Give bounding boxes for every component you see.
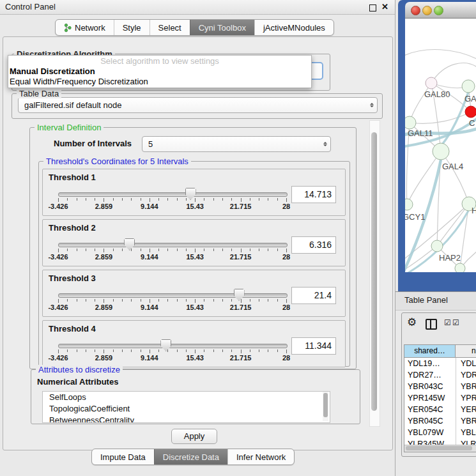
network-edge	[405, 50, 476, 61]
network-canvas[interactable]: GAL80GACGAL11GAL4GCY1HHAP2	[405, 19, 476, 272]
attribute-item-topologicalcoefficient[interactable]: TopologicalCoefficient	[43, 403, 330, 415]
network-node-label: GA	[464, 94, 476, 104]
tab-cyni-toolbox[interactable]: Cyni Toolbox	[190, 20, 254, 35]
control-panel-tabbar: NetworkStyleSelectCyni ToolboxjActiveMNo…	[55, 19, 334, 36]
table-data-selected-value: galFiltered.sif default node	[19, 100, 367, 110]
slider-ticks	[58, 198, 286, 203]
minimize-traffic-light-icon[interactable]	[422, 6, 432, 15]
table-panel-window: ⚙ ☑ ☑ shared… na YDL19…YDL1YDR27…YDR2YBR…	[401, 312, 476, 457]
tab-discretize-data[interactable]: Discretize Data	[154, 449, 227, 464]
slider-track[interactable]	[58, 192, 288, 197]
numerical-attributes-label: Numerical Attributes	[37, 377, 118, 387]
network-edge	[441, 151, 469, 204]
network-node-label: GAL11	[408, 128, 433, 138]
tab-infer-network[interactable]: Infer Network	[227, 449, 294, 464]
slider-track[interactable]	[58, 243, 288, 247]
window-title: Control Panel	[5, 2, 56, 12]
network-node-gal80[interactable]	[426, 77, 437, 89]
table-row[interactable]: YPR145WYPR1	[404, 392, 476, 404]
threshold-value-field[interactable]: 6.316	[291, 236, 336, 254]
threshold-value-field[interactable]: 14.713	[291, 186, 336, 203]
control-panel-window: Control Panel ✕ NetworkStyleSelectCyni T…	[0, 0, 395, 476]
close-traffic-light-icon[interactable]	[411, 6, 420, 15]
network-node[interactable]	[455, 263, 465, 272]
network-node-gal11[interactable]	[405, 116, 416, 129]
tab-label: Select	[158, 23, 181, 33]
tab-style[interactable]: Style	[114, 20, 150, 35]
slider-tick-labels: -3.4262.8599.14415.4321.71528	[58, 354, 286, 362]
screen: Control Panel ✕ NetworkStyleSelectCyni T…	[0, 0, 476, 476]
threshold-label: Threshold 1	[49, 173, 96, 182]
network-node-hap2[interactable]	[431, 240, 443, 252]
number-of-intervals-select[interactable]: 5	[142, 136, 331, 152]
apply-button[interactable]: Apply	[171, 429, 217, 444]
slider-tick-labels: -3.4262.8599.14415.4321.71528	[58, 203, 286, 210]
threshold-label: Threshold 4	[49, 324, 96, 334]
column-layout-icon[interactable]	[426, 319, 437, 330]
gear-icon[interactable]: ⚙	[407, 316, 417, 329]
table-row[interactable]: YDL19…YDL1	[404, 358, 476, 369]
network-node-label: HAP2	[439, 253, 461, 263]
tab-label: Cyni Toolbox	[199, 23, 246, 33]
network-node-label: C	[469, 118, 475, 128]
threshold-panel-threshold-1: Threshold 1-3.4262.8599.14415.4321.71528…	[42, 169, 346, 216]
slider-tick-labels: -3.4262.8599.14415.4321.71528	[58, 253, 286, 261]
attributes-list-scrollbar[interactable]	[323, 392, 328, 421]
network-node-ga[interactable]	[462, 80, 475, 93]
tab-label: Network	[75, 23, 105, 33]
tab-impute-data[interactable]: Impute Data	[92, 449, 154, 464]
threshold-value-field[interactable]: 11.344	[291, 337, 336, 355]
table-row[interactable]: YBR045CYBR0	[404, 415, 476, 427]
thresholds-group-title: Threshold's Coordinates for 5 Intervals	[43, 157, 191, 166]
network-node-gal4[interactable]	[433, 143, 449, 160]
threshold-value-field[interactable]: 21.4	[291, 287, 336, 304]
attribute-item-selfloops[interactable]: SelfLoops	[43, 392, 330, 403]
cell-shared-name: YDL19…	[408, 358, 440, 369]
network-node-gcy1[interactable]	[405, 199, 413, 210]
popup-placeholder: Select algorithm to view settings	[8, 56, 311, 66]
close-icon[interactable]: ✕	[381, 2, 388, 12]
slider-track[interactable]	[58, 293, 288, 298]
table-row[interactable]: YDR27…YDR2	[404, 369, 476, 381]
checkbox-icon[interactable]: ☑	[444, 318, 451, 327]
network-window-titlebar[interactable]	[405, 2, 476, 19]
network-node-c[interactable]	[465, 106, 476, 118]
network-edge	[410, 112, 471, 123]
table-row[interactable]: YBL079WYBL0	[404, 427, 476, 438]
attribute-item-betweennesscentrality[interactable]: BetweennessCentrality	[43, 415, 330, 423]
table-row[interactable]: YER054CYER0	[404, 404, 476, 415]
tab-select[interactable]: Select	[150, 20, 190, 35]
network-graph: GAL80GACGAL11GAL4GCY1HHAP2	[405, 19, 476, 272]
threshold-stack: Threshold 1-3.4262.8599.14415.4321.71528…	[42, 169, 346, 371]
column-header-name[interactable]: na	[456, 345, 476, 358]
numerical-attributes-list[interactable]: SelfLoopsTopologicalCoefficientBetweenne…	[42, 391, 330, 423]
column-header-shared-name[interactable]: shared…	[404, 345, 456, 358]
tab-jactivemnodules[interactable]: jActiveMNodules	[254, 20, 334, 35]
tab-network[interactable]: Network	[56, 20, 114, 35]
cell-name: YDR2	[461, 369, 476, 381]
network-icon	[64, 23, 72, 33]
interval-definition-title: Interval Definition	[35, 123, 104, 132]
combo-arrows-icon	[320, 142, 330, 146]
cell-name: YPR1	[461, 392, 476, 404]
float-window-icon[interactable]	[369, 4, 376, 12]
checkbox-icon[interactable]: ☑	[452, 318, 459, 327]
cell-name: YBR0	[461, 381, 476, 392]
network-node-label: GAL80	[424, 89, 450, 99]
table-data-select[interactable]: galFiltered.sif default node	[18, 97, 378, 113]
zoom-traffic-light-icon[interactable]	[434, 6, 443, 15]
column-divider	[456, 358, 456, 445]
cell-shared-name: YER054C	[408, 404, 443, 415]
popup-option-equal-width-frequency[interactable]: Equal Width/Frequency Discretization	[8, 77, 311, 87]
popup-option-manual-discretization[interactable]: Manual Discretization	[8, 66, 311, 77]
table-data-title: Table Data	[17, 89, 61, 98]
slider-track[interactable]	[58, 344, 288, 348]
table-row[interactable]: YBR043CYBR0	[404, 381, 476, 392]
slider-tick-labels: -3.4262.8599.14415.4321.71528	[58, 303, 286, 311]
threshold-panel-threshold-2: Threshold 2-3.4262.8599.14415.4321.71528…	[42, 219, 346, 266]
network-node-label: GCY1	[405, 212, 425, 222]
panel-vertical-scrollbar[interactable]	[369, 120, 380, 427]
table-horizontal-scrollbar[interactable]	[404, 445, 476, 452]
tab-label: Infer Network	[236, 452, 286, 462]
cell-shared-name: YBL079W	[408, 427, 443, 438]
